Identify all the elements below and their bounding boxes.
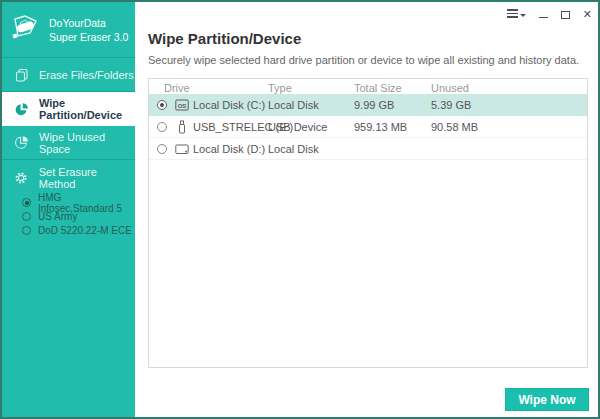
window-controls: ✕ — [507, 5, 592, 21]
table-row-local-disk-c[interactable]: OS Local Disk (C:) Local Disk 9.99 GB 5.… — [149, 94, 587, 116]
sidebar-item-wipe-partition-device[interactable]: Wipe Partition/Device — [2, 92, 135, 126]
pie-chart-icon — [14, 102, 29, 117]
page-subtitle: Securely wipe selected hard drive partit… — [148, 54, 579, 66]
close-button[interactable]: ✕ — [583, 4, 592, 22]
column-header-total-size: Total Size — [354, 82, 431, 94]
minimize-icon — [539, 17, 548, 19]
radio-selected-icon[interactable] — [22, 198, 31, 207]
local-disk-icon — [175, 143, 193, 155]
drive-type: Local Disk — [268, 143, 354, 155]
usb-drive-icon — [175, 120, 193, 134]
column-header-unused: Unused — [431, 82, 587, 94]
column-header-drive: Drive — [149, 82, 268, 94]
gear-icon — [14, 171, 29, 186]
sidebar: DoYourData Super Eraser 3.0 Erase Files/… — [2, 2, 135, 417]
drive-type: USB Device — [268, 121, 354, 133]
drive-name: Local Disk (D:) — [193, 143, 268, 155]
column-header-type: Type — [268, 82, 354, 94]
sidebar-divider — [2, 159, 135, 160]
table-row-local-disk-d[interactable]: Local Disk (D:) Local Disk — [149, 138, 587, 160]
maximize-button[interactable] — [561, 8, 570, 19]
page-title: Wipe Partition/Device — [148, 30, 301, 47]
sidebar-item-set-erasure-method[interactable]: Set Erasure Method — [2, 164, 135, 192]
erasure-method-dod[interactable]: DoD 5220.22-M ECE — [22, 224, 135, 237]
app-version: Super Eraser 3.0 — [49, 30, 128, 44]
erasure-method-list: HMG Infosec,Standard 5 US Army DoD 5220.… — [2, 192, 135, 238]
pie-chart-icon — [14, 135, 29, 150]
app-logo-icon — [9, 15, 41, 45]
drive-name: USB_STRELEC (E:) — [193, 121, 268, 133]
drive-unused: 90.58 MB — [431, 121, 587, 133]
sidebar-item-label: Set Erasure Method — [39, 166, 135, 190]
files-icon — [14, 67, 29, 82]
os-disk-icon: OS — [175, 99, 193, 111]
sidebar-item-label: Wipe Partition/Device — [39, 97, 135, 121]
main-panel: ✕ Wipe Partition/Device Securely wipe se… — [135, 2, 598, 417]
table-row-usb-strelec-e[interactable]: USB_STRELEC (E:) USB Device 959.13 MB 90… — [149, 116, 587, 138]
sidebar-item-erase-files-folders[interactable]: Erase Files/Folders — [2, 58, 135, 91]
app-title-block: DoYourData Super Eraser 3.0 — [49, 16, 128, 44]
maximize-icon — [561, 11, 570, 19]
erasure-method-label: US Army — [38, 211, 77, 222]
minimize-button[interactable] — [539, 8, 548, 19]
window-menu-button[interactable] — [507, 6, 526, 20]
drive-name: Local Disk (C:) — [193, 99, 268, 111]
radio-unselected-icon[interactable] — [157, 122, 167, 132]
drive-type: Local Disk — [268, 99, 354, 111]
close-icon: ✕ — [583, 8, 592, 20]
drive-total-size: 959.13 MB — [354, 121, 431, 133]
sidebar-item-wipe-unused-space[interactable]: Wipe Unused Space — [2, 126, 135, 159]
chevron-down-icon — [520, 14, 526, 20]
radio-unselected-icon[interactable] — [22, 212, 31, 221]
drive-table: Drive Type Total Size Unused OS Local Di… — [148, 78, 588, 368]
hamburger-icon — [507, 6, 518, 18]
sidebar-item-label: Wipe Unused Space — [39, 131, 135, 155]
svg-text:OS: OS — [178, 102, 187, 108]
radio-unselected-icon[interactable] — [22, 226, 31, 235]
wipe-now-button[interactable]: Wipe Now — [505, 388, 589, 411]
erasure-method-hmg[interactable]: HMG Infosec,Standard 5 — [22, 196, 135, 209]
erasure-method-label: DoD 5220.22-M ECE — [38, 225, 132, 236]
app-logo: DoYourData Super Eraser 3.0 — [2, 2, 135, 57]
drive-total-size: 9.99 GB — [354, 99, 431, 111]
app-name: DoYourData — [49, 16, 128, 30]
radio-selected-icon[interactable] — [157, 100, 167, 110]
sidebar-item-label: Erase Files/Folders — [39, 69, 134, 81]
drive-unused: 5.39 GB — [431, 99, 587, 111]
radio-unselected-icon[interactable] — [157, 144, 167, 154]
app-window: DoYourData Super Eraser 3.0 Erase Files/… — [0, 0, 600, 419]
drive-table-header: Drive Type Total Size Unused — [149, 81, 587, 94]
